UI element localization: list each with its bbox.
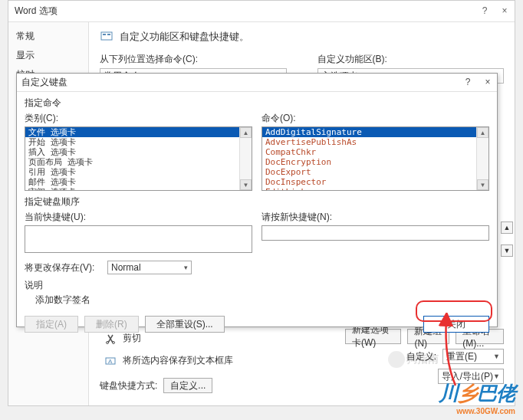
- save-in-select[interactable]: Normal▾: [107, 261, 192, 274]
- category-item[interactable]: 开始 选项卡: [25, 137, 239, 147]
- keyboard-shortcut-label: 键盘快捷方式:: [100, 379, 157, 392]
- scroll-up-icon[interactable]: ▲: [501, 221, 513, 234]
- command-item[interactable]: AddDigitalSignature: [262, 127, 476, 137]
- current-keys-label: 当前快捷键(U):: [25, 211, 252, 224]
- import-export-dropdown[interactable]: 导入/导出(P)▼: [438, 369, 504, 384]
- category-item[interactable]: 插入 选项卡: [25, 147, 239, 157]
- word-options-titlebar: Word 选项 ? ×: [8, 1, 515, 22]
- command-item[interactable]: DocInspector: [262, 177, 476, 187]
- save-in-label: 将更改保存在(V):: [25, 261, 101, 274]
- kbd-help-icon[interactable]: ?: [462, 76, 474, 88]
- options-header-text: 自定义功能区和键盘快捷键。: [120, 30, 249, 44]
- scroll-up-icon[interactable]: ▲: [477, 127, 488, 138]
- kbd-titlebar: 自定义键盘 ? ×: [17, 74, 497, 92]
- description-text: 添加数字签名: [25, 292, 489, 307]
- assign-button: 指定(A): [25, 316, 78, 333]
- command-item[interactable]: EditLinks: [262, 187, 476, 190]
- category-item[interactable]: 页面布局 选项卡: [25, 157, 239, 167]
- new-key-label: 请按新快捷键(N):: [262, 211, 489, 224]
- scroll-up-icon[interactable]: ▲: [240, 127, 252, 138]
- specify-command-label: 指定命令: [25, 97, 489, 110]
- ribbon-customize-icon: [100, 30, 113, 44]
- description-label: 说明: [25, 279, 489, 292]
- scroll-down-icon[interactable]: ▼: [501, 244, 513, 257]
- customize-keyboard-dialog: 自定义键盘 ? × 指定命令 类别(C): 文件 选项卡开始 选项卡插入 选项卡…: [16, 73, 498, 327]
- reset-dropdown[interactable]: 重置(E)▼: [442, 349, 504, 364]
- command-item[interactable]: DocExport: [262, 167, 476, 177]
- categories-listbox[interactable]: 文件 选项卡开始 选项卡插入 选项卡页面布局 选项卡引用 选项卡邮件 选项卡审阅…: [25, 126, 252, 191]
- choose-commands-label: 从下列位置选择命令(C):: [100, 53, 287, 66]
- scroll-down-icon[interactable]: ▼: [477, 179, 488, 190]
- categories-scrollbar[interactable]: ▲ ▼: [239, 127, 252, 190]
- kbd-dialog-title: 自定义键盘: [21, 76, 67, 89]
- svg-rect-2: [107, 34, 110, 35]
- reset-all-button[interactable]: 全部重设(S)...: [145, 316, 225, 333]
- commands-scrollbar[interactable]: ▲ ▼: [476, 127, 488, 190]
- categories-label: 类别(C):: [25, 112, 252, 125]
- remove-button: 删除(R): [84, 316, 139, 333]
- category-item[interactable]: 邮件 选项卡: [25, 177, 239, 187]
- ribbon-item-textbox[interactable]: 将所选内容保存到文本框库: [123, 354, 233, 367]
- svg-point-3: [107, 341, 109, 343]
- current-keys-box[interactable]: [25, 225, 252, 253]
- commands-label: 命令(O):: [262, 112, 489, 125]
- textbox-icon: A: [104, 355, 117, 367]
- kbd-close-icon[interactable]: ×: [482, 76, 494, 88]
- customize-ribbon-label: 自定义功能区(B):: [317, 53, 505, 66]
- svg-rect-1: [103, 34, 106, 35]
- new-key-input[interactable]: [262, 225, 489, 241]
- category-item[interactable]: 文件 选项卡: [25, 127, 239, 137]
- scroll-down-icon[interactable]: ▼: [240, 179, 252, 190]
- svg-text:A: A: [108, 358, 113, 365]
- sidebar-item-display[interactable]: 显示: [8, 46, 88, 65]
- command-item[interactable]: DocEncryption: [262, 157, 476, 167]
- category-item[interactable]: 审阅 选项卡: [25, 187, 239, 190]
- help-icon[interactable]: ?: [478, 4, 492, 18]
- word-options-title: Word 选项: [15, 5, 58, 18]
- sidebar-item-general[interactable]: 常规: [8, 27, 88, 46]
- commands-listbox[interactable]: AddDigitalSignatureAdvertisePublishAsCom…: [262, 126, 489, 191]
- customize-button[interactable]: 自定义...: [163, 378, 212, 393]
- svg-point-4: [113, 341, 115, 343]
- command-item[interactable]: CompatChkr: [262, 147, 476, 157]
- category-item[interactable]: 引用 选项卡: [25, 167, 239, 177]
- svg-rect-0: [101, 32, 112, 40]
- close-button[interactable]: 关闭: [423, 316, 489, 333]
- customize-label: 自定义:: [406, 350, 436, 363]
- command-item[interactable]: AdvertisePublishAs: [262, 137, 476, 147]
- close-icon[interactable]: ×: [498, 4, 511, 18]
- key-sequence-label: 指定键盘顺序: [25, 195, 489, 208]
